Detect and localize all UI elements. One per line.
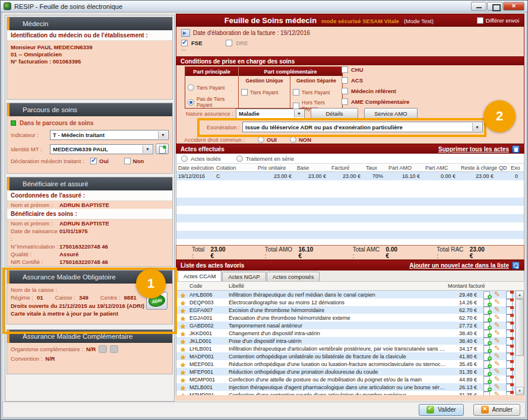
- trash-icon[interactable]: [512, 145, 520, 153]
- scroll-down-icon[interactable]: [516, 387, 524, 395]
- col-header[interactable]: Cotation: [214, 165, 256, 171]
- col-header[interactable]: Part AMC: [423, 165, 459, 171]
- gu-tiers-payant-checkbox[interactable]: [241, 89, 248, 96]
- add-act-icon[interactable]: [482, 322, 492, 329]
- delete-act-icon[interactable]: [504, 291, 514, 298]
- scroll-thumb[interactable]: [516, 299, 524, 356]
- add-act-icon[interactable]: [482, 330, 492, 337]
- annuler-button[interactable]: Annuler: [473, 404, 520, 416]
- add-act-icon[interactable]: [482, 353, 492, 360]
- add-act-icon[interactable]: [482, 345, 492, 352]
- exoneration-select[interactable]: Issue du téléservice ADR ou pas d'exonér…: [242, 122, 483, 132]
- acte-row[interactable]: 19/12/2016 C 23.00 € 23.00 € 23.00 € 70%…: [176, 172, 524, 180]
- delete-act-icon[interactable]: [504, 307, 514, 314]
- add-act-icon[interactable]: [482, 384, 492, 391]
- delete-act-icon[interactable]: [504, 361, 514, 368]
- delete-act-icon[interactable]: [504, 353, 514, 360]
- delete-act-icon[interactable]: [504, 392, 514, 396]
- search-icon[interactable]: [512, 262, 520, 269]
- medecin-referent-checkbox[interactable]: [342, 88, 348, 94]
- add-act-icon[interactable]: [482, 307, 492, 314]
- tiers-payant-radio[interactable]: [188, 84, 194, 91]
- nature-assurance-select[interactable]: Maladie: [236, 109, 305, 119]
- valider-button[interactable]: Valider: [419, 404, 463, 416]
- favorite-act-row[interactable]: AHLB006Infiltration thérapeutique du ner…: [176, 291, 524, 298]
- favorite-act-row[interactable]: JKKD001Changement d'un dispositif intra-…: [176, 329, 524, 337]
- indicateur-select[interactable]: T - Médecin traitant: [50, 130, 169, 140]
- favorite-act-row[interactable]: MZMP001Confection d'une contention soupl…: [176, 391, 524, 395]
- col-header[interactable]: Exo: [509, 165, 524, 171]
- favorite-act-row[interactable]: EGJA001Évacuation d'une thrombose hémorr…: [176, 314, 524, 322]
- delete-act-icon[interactable]: [504, 345, 514, 352]
- chu-checkbox[interactable]: [342, 66, 348, 73]
- gs-tiers-payant-checkbox[interactable]: [293, 89, 299, 96]
- favorite-act-row[interactable]: MADP001Contention orthopédique unilatéra…: [176, 352, 524, 360]
- delete-act-icon[interactable]: [504, 368, 514, 376]
- ajouter-acte-link[interactable]: Ajouter un nouvel acte dans la liste: [409, 262, 509, 269]
- libelle-col-header[interactable]: Libellé: [229, 283, 448, 289]
- ame-checkbox[interactable]: [342, 98, 348, 105]
- code-col-header[interactable]: Code: [189, 283, 229, 289]
- maximize-button[interactable]: [487, 2, 502, 11]
- col-header[interactable]: Taux: [364, 165, 387, 171]
- favorite-act-row[interactable]: JKLD001Pose d'un dispositif intra-utérin…: [176, 337, 524, 345]
- favorite-act-row[interactable]: LHLB001Infiltration thérapeutique d'arti…: [176, 345, 524, 352]
- col-header[interactable]: Date exécution: [176, 165, 214, 171]
- close-button[interactable]: [503, 2, 524, 11]
- scroll-up-icon[interactable]: [516, 291, 524, 299]
- favorite-act-row[interactable]: MFEP001Réduction orthopédique d'une pron…: [176, 368, 524, 376]
- fse-checkbox[interactable]: [181, 40, 188, 46]
- traitement-serie-radio[interactable]: [236, 155, 243, 162]
- add-act-icon[interactable]: [482, 291, 492, 298]
- minimize-button[interactable]: [471, 2, 486, 11]
- details-button[interactable]: Détails: [311, 108, 358, 119]
- dre-checkbox[interactable]: [226, 40, 232, 46]
- favorite-act-row[interactable]: DEQP003Électrocardiographie sur au moins…: [176, 298, 524, 306]
- col-header[interactable]: QD: [497, 165, 509, 171]
- organisme-search-button[interactable]: [99, 345, 107, 353]
- add-act-icon[interactable]: [482, 338, 492, 345]
- montant-col-header[interactable]: Montant facturé: [448, 283, 524, 289]
- add-act-icon[interactable]: [482, 392, 492, 396]
- favorite-star-icon[interactable]: [176, 390, 189, 396]
- col-header[interactable]: Base: [295, 165, 330, 171]
- accident-non-radio[interactable]: [290, 136, 296, 143]
- col-header[interactable]: Reste à charge: [459, 165, 497, 171]
- edit-card-icon[interactable]: [156, 144, 169, 154]
- tab-actes-ccam[interactable]: Actes CCAM: [178, 271, 222, 281]
- add-act-icon[interactable]: [482, 368, 492, 376]
- delete-act-icon[interactable]: [504, 322, 514, 329]
- tab-actes-composes[interactable]: Actes composés: [267, 272, 320, 281]
- differer-checkbox[interactable]: [477, 17, 483, 24]
- favorite-act-row[interactable]: GABD002Tamponnement nasal antérieur27.72…: [176, 322, 524, 329]
- favoris-scrollbar[interactable]: [515, 291, 524, 395]
- col-header[interactable]: Facturé: [330, 165, 364, 171]
- delete-act-icon[interactable]: [504, 314, 514, 322]
- service-amo-button[interactable]: Service AMO: [364, 108, 418, 119]
- col-header[interactable]: Part AMO: [387, 165, 423, 171]
- add-act-icon[interactable]: [482, 314, 492, 322]
- identite-select[interactable]: MEDECIN6339 PAUL: [50, 144, 153, 154]
- favorite-act-row[interactable]: EGFA007Excision d'une thrombose hémorroï…: [176, 306, 524, 314]
- favorite-act-row[interactable]: MGMP001Confection d'une attelle de postu…: [176, 376, 524, 383]
- delete-act-icon[interactable]: [504, 338, 514, 345]
- supprimer-actes-link[interactable]: Supprimer tous les actes: [438, 146, 509, 152]
- delete-act-icon[interactable]: [504, 376, 514, 383]
- calendar-send-icon[interactable]: [181, 29, 190, 37]
- add-act-icon[interactable]: [482, 361, 492, 368]
- accident-oui-radio[interactable]: [258, 136, 264, 143]
- pas-tiers-payant-radio[interactable]: [188, 99, 194, 106]
- delete-act-icon[interactable]: [504, 384, 514, 391]
- actes-isoles-radio[interactable]: [181, 155, 188, 162]
- edit-act-icon[interactable]: [493, 392, 503, 396]
- add-act-icon[interactable]: [482, 376, 492, 383]
- declaration-non-checkbox[interactable]: [124, 158, 131, 164]
- add-act-icon[interactable]: [482, 299, 492, 306]
- delete-act-icon[interactable]: [504, 330, 514, 337]
- organisme-info-button[interactable]: [110, 345, 118, 353]
- declaration-oui-checkbox[interactable]: [90, 158, 97, 164]
- tab-actes-ngap[interactable]: Actes NGAP: [222, 272, 265, 281]
- favorite-act-row[interactable]: MZLB001Injection thérapeutique d'agent p…: [176, 383, 524, 391]
- delete-act-icon[interactable]: [504, 299, 514, 306]
- favorite-act-row[interactable]: MEEP001Réduction orthopédique d'une luxa…: [176, 360, 524, 368]
